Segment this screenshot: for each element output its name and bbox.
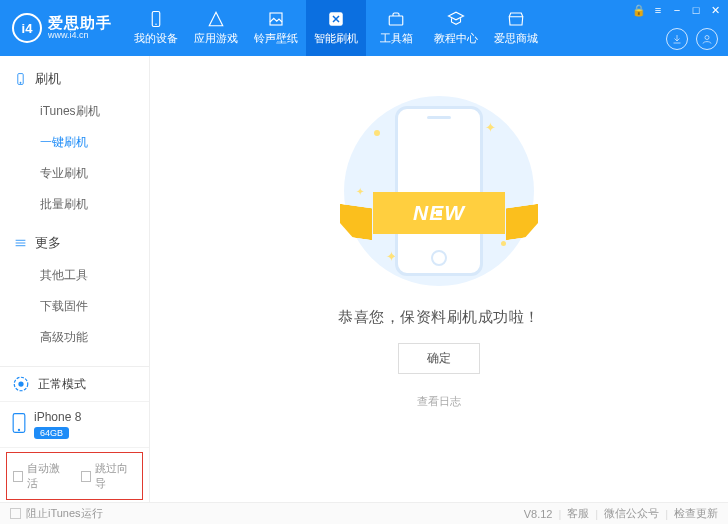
version-label: V8.12 [524, 508, 553, 520]
app-logo: i4 爱思助手 www.i4.cn [0, 13, 126, 43]
sidebar-item-batch-flash[interactable]: 批量刷机 [0, 189, 149, 220]
device-capacity-badge: 64GB [34, 427, 69, 439]
nav-apps[interactable]: 应用游戏 [186, 0, 246, 56]
brand-site: www.i4.cn [48, 31, 112, 41]
apps-icon [207, 10, 225, 28]
sidebar: 刷机 iTunes刷机 一键刷机 专业刷机 批量刷机 更多 其他工具 下载固件 … [0, 56, 150, 502]
svg-rect-2 [270, 13, 282, 25]
brand-name: 爱思助手 [48, 15, 112, 32]
nav-tutorial[interactable]: 教程中心 [426, 0, 486, 56]
wechat-link[interactable]: 微信公众号 [604, 506, 659, 521]
sidebar-item-itunes-flash[interactable]: iTunes刷机 [0, 96, 149, 127]
menu-icon[interactable]: ≡ [651, 3, 665, 17]
sparkle-icon: ✦ [485, 120, 496, 135]
device-mode-label: 正常模式 [38, 376, 86, 393]
view-log-link[interactable]: 查看日志 [417, 394, 461, 409]
user-icon[interactable] [696, 28, 718, 50]
flash-icon [327, 10, 345, 28]
new-ribbon: NEW [334, 188, 544, 238]
svg-point-7 [20, 82, 21, 83]
more-icon [14, 236, 27, 250]
device-icon [147, 10, 165, 28]
app-header: i4 爱思助手 www.i4.cn 我的设备 应用游戏 铃声壁纸 智能刷机 工具… [0, 0, 728, 56]
sidebar-item-oneclick-flash[interactable]: 一键刷机 [0, 127, 149, 158]
tutorial-icon [447, 10, 465, 28]
nav-toolbox[interactable]: 工具箱 [366, 0, 426, 56]
skip-guide-checkbox[interactable]: 跳过向导 [81, 461, 137, 491]
main-content: ✦ ✦ ✦ NEW 恭喜您，保资料刷机成功啦！ 确定 查看日志 [150, 56, 728, 502]
customer-service-link[interactable]: 客服 [567, 506, 589, 521]
confirm-button[interactable]: 确定 [398, 343, 480, 374]
sidebar-item-pro-flash[interactable]: 专业刷机 [0, 158, 149, 189]
device-name: iPhone 8 [34, 410, 81, 424]
sidebar-group-more: 更多 [0, 230, 149, 256]
top-nav: 我的设备 应用游戏 铃声壁纸 智能刷机 工具箱 教程中心 爱思商城 [126, 0, 546, 56]
svg-point-1 [155, 24, 157, 26]
nav-store[interactable]: 爱思商城 [486, 0, 546, 56]
nav-smart-flash[interactable]: 智能刷机 [306, 0, 366, 56]
window-controls: 🔒 ≡ − □ ✕ [632, 3, 722, 17]
svg-point-12 [18, 381, 23, 386]
nav-ringtones[interactable]: 铃声壁纸 [246, 0, 306, 56]
sidebar-item-download-firmware[interactable]: 下载固件 [0, 291, 149, 322]
wallpaper-icon [267, 10, 285, 28]
block-itunes-checkbox[interactable]: 阻止iTunes运行 [10, 506, 103, 521]
device-phone-icon [12, 413, 26, 436]
svg-rect-4 [389, 16, 403, 25]
phone-icon [14, 72, 27, 86]
sidebar-group-flash: 刷机 [0, 66, 149, 92]
success-illustration: ✦ ✦ ✦ NEW [344, 96, 534, 286]
toolbox-icon [387, 10, 405, 28]
success-message: 恭喜您，保资料刷机成功啦！ [338, 308, 540, 327]
header-right-actions [666, 28, 718, 50]
lock-icon[interactable]: 🔒 [632, 3, 646, 17]
sidebar-item-advanced[interactable]: 高级功能 [0, 322, 149, 353]
checkbox-icon [10, 508, 21, 519]
store-icon [507, 10, 525, 28]
logo-badge: i4 [12, 13, 42, 43]
post-flash-options: 自动激活 跳过向导 [6, 452, 143, 500]
maximize-button[interactable]: □ [689, 3, 703, 17]
nav-my-device[interactable]: 我的设备 [126, 0, 186, 56]
connected-device-card[interactable]: iPhone 8 64GB [0, 402, 149, 448]
checkbox-icon [81, 471, 91, 482]
close-button[interactable]: ✕ [708, 3, 722, 17]
download-icon[interactable] [666, 28, 688, 50]
sidebar-item-other-tools[interactable]: 其他工具 [0, 260, 149, 291]
mode-icon [12, 375, 30, 393]
svg-point-14 [18, 429, 20, 431]
checkbox-icon [13, 471, 23, 482]
device-mode-card[interactable]: 正常模式 [0, 367, 149, 402]
minimize-button[interactable]: − [670, 3, 684, 17]
status-bar: 阻止iTunes运行 V8.12 | 客服 | 微信公众号 | 检查更新 [0, 502, 728, 524]
svg-point-5 [705, 36, 709, 40]
check-update-link[interactable]: 检查更新 [674, 506, 718, 521]
auto-activate-checkbox[interactable]: 自动激活 [13, 461, 69, 491]
